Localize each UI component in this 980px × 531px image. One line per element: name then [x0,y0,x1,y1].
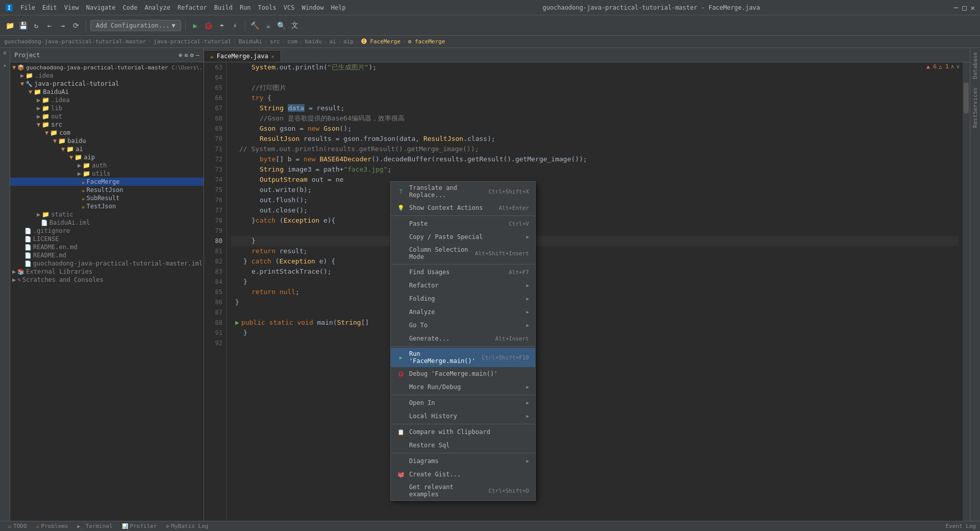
save-icon[interactable]: 💾 [17,20,29,31]
breadcrumb-src[interactable]: src [270,38,280,45]
menu-view[interactable]: View [61,3,82,12]
chevron-up-icon[interactable]: ∧ [951,63,954,70]
sdk-icon[interactable]: ☕ [263,20,274,31]
tree-external-libs[interactable]: ▶ 📚 External Libraries [10,268,204,276]
tree-baiduai[interactable]: ▼ 📁 BaiduAi [10,88,204,96]
project-collapse-icon[interactable]: ≡ [184,52,188,59]
run-icon[interactable]: ▶ [190,20,201,31]
coverage-icon[interactable]: ☂ [216,20,228,31]
debug-icon[interactable]: 🐞 [203,20,214,31]
tree-aip[interactable]: ▼ 📁 aip [10,153,204,161]
ctx-find-usages[interactable]: Find Usages Alt+F7 [391,266,535,279]
forward-icon[interactable]: → [57,20,68,31]
menu-build[interactable]: Build [211,3,236,12]
tree-baiduai-idea[interactable]: ▶ 📁 .idea [10,96,204,104]
tree-license[interactable]: ▶ 📄 LICENSE [10,235,204,243]
breadcrumb-facemerge[interactable]: 🅒 FaceMerge [361,38,400,45]
ctx-create-gist[interactable]: 🐙 Create Gist... [391,468,535,481]
build-icon[interactable]: 🔨 [249,20,261,31]
rest-services-tab[interactable]: RestServices [970,83,980,132]
menu-tools[interactable]: Tools [255,3,280,12]
tree-lib[interactable]: ▶ 📁 lib [10,104,204,112]
menu-file[interactable]: File [17,3,38,12]
menu-analyze[interactable]: Analyze [141,3,173,12]
tree-baidu[interactable]: ▼ 📁 baidu [10,137,204,145]
tree-ai[interactable]: ▼ 📁 ai [10,145,204,153]
tree-auth[interactable]: ▶ 📁 auth [10,161,204,170]
mybatis-tab[interactable]: ⚙ MyBatis Log [162,522,213,530]
menu-run[interactable]: Run [237,3,254,12]
ctx-translate[interactable]: T Translate and Replace... Ctrl+Shift+X [391,182,535,201]
tree-facemerge[interactable]: ▶ ☕ FaceMerge [10,178,204,186]
menu-help[interactable]: Help [328,3,349,12]
tree-scratches[interactable]: ▶ ✎ Scratches and Consoles [10,276,204,284]
translate-icon[interactable]: 文 [289,20,300,31]
ctx-get-relevant[interactable]: Get relevant examples Ctrl+Shift+O [391,481,535,500]
tree-idea[interactable]: ▶ 📁 .idea [10,71,204,80]
tree-baiduai-iml[interactable]: ▶ 📄 BaiduAi.iml [10,219,204,227]
ctx-go-to[interactable]: Go To [391,319,535,332]
ctx-analyze[interactable]: Analyze [391,305,535,319]
tree-src[interactable]: ▼ 📁 src [10,120,204,129]
ctx-refactor[interactable]: Refactor [391,279,535,292]
tree-readme-en[interactable]: ▶ 📄 README.en.md [10,243,204,251]
ctx-column-selection[interactable]: Column Selection Mode Alt+Shift+Insert [391,244,535,263]
terminal-tab[interactable]: ▶_ Terminal [73,522,117,530]
chevron-down-icon2[interactable]: ∨ [956,63,960,70]
menu-vcs[interactable]: VCS [281,3,298,12]
database-panel-tab[interactable]: Database [970,48,980,83]
open-project-icon[interactable]: 📁 [4,20,15,31]
profiler-tab[interactable]: 📊 Profiler [118,522,161,530]
project-close-icon[interactable]: — [196,52,199,59]
event-log-link[interactable]: Event Log [945,523,976,529]
editor-tab-close[interactable]: ✕ [271,54,274,59]
tree-com[interactable]: ▼ 📁 com [10,129,204,137]
breadcrumb-baidu[interactable]: baidu [305,38,322,45]
favorites-icon[interactable]: ★ [1,62,9,70]
ctx-run-main[interactable]: ▶ Run 'FaceMerge.main()' Ctrl+Shift+F10 [391,348,535,367]
breadcrumb-ai[interactable]: ai [329,38,336,45]
ctx-paste[interactable]: Paste Ctrl+V [391,217,535,230]
project-settings-icon[interactable]: ⚙ [190,52,194,59]
recent-icon[interactable]: ⟳ [70,20,82,31]
tree-project-iml[interactable]: ▶ 📄 guochaodong-java-practical-tutorial-… [10,259,204,268]
ctx-diagrams[interactable]: Diagrams [391,454,535,468]
menu-window[interactable]: Window [298,3,326,12]
menu-code[interactable]: Code [120,3,141,12]
tree-testjson[interactable]: ▶ ☕ TestJson [10,202,204,210]
todo-tab[interactable]: ☑ TODO [4,522,31,530]
tree-subresult[interactable]: ▶ ☕ SubResult [10,194,204,202]
ctx-folding[interactable]: Folding [391,292,535,305]
add-configuration-button[interactable]: Add Configuration... ▼ [90,20,181,31]
editor-scrollbar[interactable] [963,62,970,521]
tree-resultjson[interactable]: ▶ ☕ ResultJson [10,186,204,194]
ctx-compare-clipboard[interactable]: 📋 Compare with Clipboard [391,425,535,439]
code-content[interactable]: System.out.println("已生成图片"); //打印图片 try … [227,62,963,521]
maximize-button[interactable]: □ [962,4,966,12]
editor-tab-facemerge[interactable]: ☕ FaceMerge.java ✕ [204,50,281,62]
ctx-open-in[interactable]: Open In [391,396,535,409]
breadcrumb-java-practical[interactable]: java-practical-tutorial [154,38,231,45]
profile-icon[interactable]: ⚡ [230,20,241,31]
minimize-button[interactable]: ─ [954,4,958,12]
tree-static[interactable]: ▶ 📁 static [10,210,204,219]
menu-edit[interactable]: Edit [39,3,60,12]
breadcrumb-aip[interactable]: aip [343,38,354,45]
structure-icon[interactable]: ⊞ [1,50,9,58]
ctx-copy-paste-special[interactable]: Copy / Paste Special [391,230,535,244]
back-icon[interactable]: ← [44,20,55,31]
ctx-debug-main[interactable]: 🐞 Debug 'FaceMerge.main()' [391,367,535,380]
tree-root[interactable]: ▼ 📦 guochaodong-java-practical-tutorial-… [10,63,204,71]
breadcrumb-baiduai[interactable]: BaiduAi [239,38,262,45]
tree-gitignore[interactable]: ▶ 📄 .gitignore [10,227,204,235]
tree-utils[interactable]: ▶ 📁 utils [10,170,204,178]
tree-out[interactable]: ▶ 📁 out [10,112,204,120]
ctx-restore-sql[interactable]: Restore Sql [391,439,535,452]
project-expand-icon[interactable]: ⊕ [179,52,182,59]
ctx-local-history[interactable]: Local History [391,409,535,423]
sync-icon[interactable]: ↻ [31,20,42,31]
ctx-more-run[interactable]: More Run/Debug [391,380,535,394]
ctx-generate[interactable]: Generate... Alt+Insert [391,332,535,345]
breadcrumb-facemerge-method[interactable]: ⚙ faceMerge [408,38,445,45]
close-button[interactable]: ✕ [971,4,975,12]
